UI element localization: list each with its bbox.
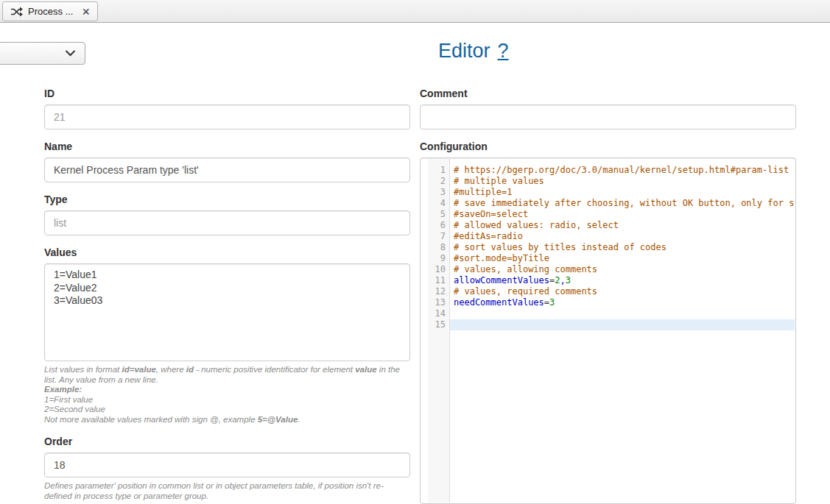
code-line[interactable]: 11allowCommentValues=2,3: [428, 275, 795, 286]
close-icon[interactable]: ×: [82, 7, 90, 17]
line-number: 10: [428, 264, 450, 275]
line-number: 4: [428, 198, 450, 209]
code-line-text: [450, 319, 795, 330]
code-line[interactable]: 8# sort values by titles instead of code…: [428, 242, 795, 253]
order-field[interactable]: [44, 452, 410, 478]
line-number: 14: [428, 308, 450, 319]
page-title-text: Editor: [438, 40, 490, 62]
type-label: Type: [44, 194, 410, 206]
line-number: 2: [428, 176, 450, 187]
values-group: Values 1=Value1 2=Value2 3=Value03 List …: [44, 246, 410, 425]
code-line-text: #editAs=radio: [450, 231, 795, 242]
chevron-down-icon: [65, 48, 76, 59]
code-line[interactable]: 10# values, allowing comments: [428, 264, 795, 275]
line-number: 8: [428, 242, 450, 253]
values-label: Values: [44, 246, 410, 259]
form-right-column: Comment Configuration 1# https://bgerp.o…: [420, 88, 796, 504]
code-line-text: # allowed values: radio, select: [450, 220, 795, 231]
configuration-label: Configuration: [420, 141, 796, 153]
values-help-text: List values in format id=value, where id…: [44, 365, 410, 425]
line-number: 12: [428, 286, 450, 297]
editor-page: { "colors": { "accent_blue": "#13639e", …: [0, 0, 830, 504]
code-line-text: [450, 308, 795, 319]
order-help-text: Defines parameter' position in common li…: [44, 481, 410, 501]
code-line[interactable]: 13needCommentValues=3: [428, 297, 795, 308]
line-number: 3: [428, 187, 450, 198]
code-line-text: needCommentValues=3: [450, 297, 795, 308]
help-line: List values in format id=value, where id…: [44, 365, 410, 385]
code-line-text: # values, allowing comments: [450, 264, 795, 275]
order-label: Order: [44, 436, 410, 448]
code-line[interactable]: 7#editAs=radio: [428, 231, 795, 242]
name-field[interactable]: [44, 157, 410, 182]
code-line[interactable]: 5#saveOn=select: [428, 209, 795, 220]
type-field[interactable]: [44, 210, 410, 235]
line-number: 13: [428, 297, 450, 308]
tab-label: Process ...: [28, 6, 73, 17]
name-label: Name: [44, 141, 410, 153]
line-number: 1: [428, 165, 450, 176]
code-line[interactable]: 12# values, required comments: [428, 286, 795, 297]
code-line-text: # save immediately after choosing, witho…: [450, 198, 795, 209]
code-line-text: allowCommentValues=2,3: [450, 275, 795, 286]
record-select[interactable]: [0, 42, 85, 65]
code-line[interactable]: 2# multiple values: [428, 176, 795, 187]
help-link[interactable]: ?: [498, 40, 509, 62]
id-group: ID: [44, 88, 410, 129]
line-number: 7: [428, 231, 450, 242]
name-group: Name: [44, 141, 410, 182]
tab-bar: Process ... ×: [0, 0, 830, 23]
tab-process[interactable]: Process ... ×: [2, 1, 98, 21]
shuffle-icon: [10, 7, 23, 17]
line-number: 9: [428, 253, 450, 264]
comment-group: Comment: [420, 88, 796, 129]
comment-label: Comment: [420, 88, 796, 100]
code-line[interactable]: 15: [428, 319, 795, 330]
help-line: 2=Second value: [44, 405, 410, 415]
page-title: Editor?: [438, 40, 509, 63]
configuration-group: Configuration 1# https://bgerp.org/doc/3…: [420, 141, 796, 504]
help-line: 1=First value: [44, 395, 410, 405]
line-number: 5: [428, 209, 450, 220]
id-field[interactable]: [44, 104, 410, 129]
code-line-text: # multiple values: [450, 176, 795, 187]
line-number: 6: [428, 220, 450, 231]
help-line: Defines parameter' position in common li…: [44, 481, 410, 501]
help-line: Example:: [44, 385, 410, 395]
code-line-text: #sort.mode=byTitle: [450, 253, 795, 264]
values-field[interactable]: 1=Value1 2=Value2 3=Value03: [44, 263, 410, 361]
code-line-text: # values, required comments: [450, 286, 795, 297]
code-line[interactable]: 4# save immediately after choosing, with…: [428, 198, 795, 209]
type-group: Type: [44, 194, 410, 235]
comment-field[interactable]: [420, 104, 796, 129]
id-label: ID: [44, 88, 410, 100]
code-line[interactable]: 1# https://bgerp.org/doc/3.0/manual/kern…: [428, 165, 795, 176]
configuration-code-editor[interactable]: 1# https://bgerp.org/doc/3.0/manual/kern…: [420, 157, 796, 504]
line-number: 15: [428, 319, 450, 330]
code-line[interactable]: 9#sort.mode=byTitle: [428, 253, 795, 264]
code-line[interactable]: 6# allowed values: radio, select: [428, 220, 795, 231]
code-line-text: # https://bgerp.org/doc/3.0/manual/kerne…: [450, 165, 795, 176]
order-group: Order Defines parameter' position in com…: [44, 436, 410, 501]
help-line: Not more available values marked with si…: [44, 415, 410, 425]
form-left-column: ID Name Type Values 1=Value1 2=Value2 3=…: [44, 88, 410, 504]
code-line[interactable]: 3#multiple=1: [428, 187, 795, 198]
line-number: 11: [428, 275, 450, 286]
code-line-text: #multiple=1: [450, 187, 795, 198]
code-line-text: # sort values by titles instead of codes: [450, 242, 795, 253]
code-line[interactable]: 14: [428, 308, 795, 319]
code-line-text: #saveOn=select: [450, 209, 795, 220]
